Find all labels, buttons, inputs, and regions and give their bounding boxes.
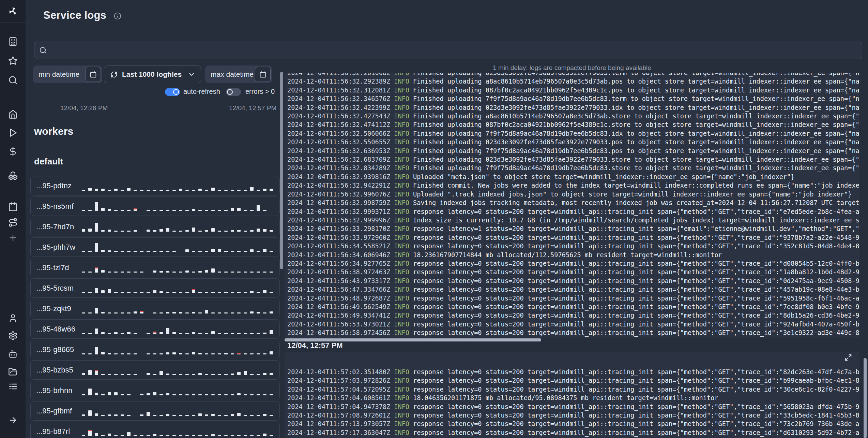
- max-datetime-calendar-button[interactable]: [255, 67, 271, 82]
- calendar-nav-icon[interactable]: [8, 202, 18, 211]
- log-timestamp: 2024-12-04T11:56:32.942291Z: [287, 182, 390, 189]
- log-level: INFO: [394, 295, 409, 302]
- worker-row[interactable]: ...95-5rcsm: [30, 278, 280, 298]
- bot-icon[interactable]: [8, 349, 18, 359]
- log-timestamp: 2024-12-04T11:56:33.972960Z: [287, 234, 390, 241]
- log-timestamp: 2024-12-04T11:56:34.927765Z: [287, 260, 390, 267]
- log-line: 2024-12-04T11:56:58.972456ZINFOresponse …: [287, 328, 859, 337]
- log-timestamp: 2024-12-04T11:56:34.558521Z: [287, 243, 390, 250]
- plus-icon[interactable]: [8, 233, 18, 243]
- logfiles-select-button[interactable]: Last 1000 logfiles: [104, 65, 201, 83]
- log-line: 2024-12-04T11:56:32.939816ZINFOUploaded …: [287, 173, 859, 181]
- worker-row[interactable]: ...95-tzl7d: [30, 258, 280, 277]
- log-line: 2024-12-04T11:56:32.942291ZINFOFinished …: [287, 181, 859, 190]
- worker-panel-scrollbar[interactable]: [280, 72, 283, 269]
- log-message: Finished uploading a8ac8610b5714eb796507…: [413, 113, 859, 120]
- log-line: 2024-12-04T11:57:04.572095ZINFOresponse …: [287, 385, 859, 394]
- log-timestamp: 2024-12-04T11:57:13.973057Z: [287, 420, 390, 427]
- list-icon[interactable]: [8, 382, 18, 391]
- worker-row[interactable]: ...95-g8665: [30, 340, 280, 359]
- max-datetime-field[interactable]: max datetime: [205, 65, 272, 83]
- boxes-icon[interactable]: [8, 171, 18, 180]
- log-level: INFO: [394, 403, 409, 410]
- windmill-logo-icon[interactable]: [0, 0, 26, 23]
- worker-row[interactable]: ...95-zqkt9: [30, 299, 280, 318]
- min-datetime-field[interactable]: min datetime: [33, 65, 102, 83]
- worker-name: ...95-5rcsm: [36, 284, 74, 293]
- auto-refresh-toggle[interactable]: [165, 88, 180, 96]
- worker-row[interactable]: ...95-gfbmf: [30, 401, 280, 421]
- log-timestamp: 2024-12-04T11:56:58.972456Z: [287, 329, 390, 336]
- log-timestamp: 2024-12-04T11:56:32.474112Z: [287, 121, 390, 128]
- home-icon[interactable]: [8, 110, 18, 119]
- compaction-delay-notice: 1 min delay: logs are compacted before b…: [285, 64, 859, 72]
- log-timestamp: 2024-12-04T11:57:02.351480Z: [287, 368, 390, 376]
- worker-activity-sparkline: [82, 384, 276, 395]
- worker-row[interactable]: ...95-bzbs5: [30, 360, 280, 380]
- worker-name: ...95-7hd7n: [36, 222, 74, 231]
- min-datetime-calendar-button[interactable]: [85, 67, 101, 82]
- errors-filter-toggle[interactable]: [226, 88, 241, 96]
- logfiles-dropdown-toggle[interactable]: [182, 66, 201, 83]
- log-line: 2024-12-04T11:56:32.292389ZINFOFinished …: [287, 77, 859, 86]
- log-level: INFO: [394, 217, 409, 224]
- worker-row[interactable]: ...95-pdtnz: [30, 176, 280, 195]
- search-nav-icon[interactable]: [8, 75, 18, 85]
- collapse-arrow-icon[interactable]: [8, 415, 18, 425]
- settings-gear-icon[interactable]: [8, 331, 18, 340]
- log-line: 2024-12-04T11:56:48.972687ZINFOresponse …: [287, 294, 859, 303]
- worker-activity-sparkline: [82, 241, 276, 252]
- dollar-icon[interactable]: [8, 147, 18, 156]
- log-line: 2024-12-04T11:56:34.558521ZINFOresponse …: [287, 242, 859, 250]
- log-message: response latency=0 status=200 target=win…: [413, 268, 859, 276]
- log-level: INFO: [394, 78, 409, 85]
- worker-row[interactable]: ...95-7hd7n: [30, 217, 280, 236]
- log-message: response latency=0 status=200 target=win…: [413, 286, 859, 293]
- log-level: INFO: [394, 386, 409, 393]
- log-message: Finished uploading a8ac8610b5714eb796507…: [413, 78, 859, 85]
- worker-row[interactable]: ...95-brhnn: [30, 381, 280, 400]
- user-icon[interactable]: [8, 313, 18, 323]
- log-message: 18.236167907714844 mb allocated/112.5976…: [413, 251, 722, 259]
- log-message: Uploaded ".track_indexed_jobs.json" to o…: [413, 191, 852, 198]
- page-vertical-scrollbar[interactable]: [864, 358, 867, 438]
- log-message: Finished uploading 7f9f75d8a9ac46a78d19d…: [413, 147, 859, 155]
- route-icon[interactable]: [8, 218, 18, 227]
- sidebar: [0, 0, 26, 438]
- log-level: INFO: [394, 420, 409, 427]
- building-icon[interactable]: [8, 37, 18, 46]
- log-timestamp: 2024-12-04T11:56:48.972687Z: [287, 295, 390, 302]
- log-lines-2: 2024-12-04T11:57:02.351480ZINFOresponse …: [287, 368, 859, 438]
- folder-open-icon[interactable]: [8, 367, 18, 377]
- log-timestamp: 2024-12-04T11:56:32.422399Z: [287, 104, 390, 111]
- log-line: 2024-12-04T11:56:34.606946ZINFO18.236167…: [287, 251, 859, 259]
- log-level: INFO: [394, 329, 409, 336]
- log-level: INFO: [394, 95, 409, 102]
- log-message: response latency=0 status=200 target=win…: [413, 243, 859, 250]
- log-line: 2024-12-04T11:57:04.947378ZINFOresponse …: [287, 403, 859, 411]
- worker-row[interactable]: ...95-phh7w: [30, 237, 280, 257]
- log-level: INFO: [394, 368, 409, 376]
- log-level: INFO: [394, 260, 409, 267]
- worker-activity-sparkline: [82, 425, 276, 436]
- worker-name: ...95-pdtnz: [36, 181, 72, 190]
- play-icon[interactable]: [8, 128, 18, 137]
- log-level: INFO: [394, 199, 409, 206]
- log-level: INFO: [394, 87, 409, 94]
- star-icon[interactable]: [8, 56, 18, 65]
- worker-row[interactable]: ...95-ns5mf: [30, 196, 280, 216]
- log-level: INFO: [394, 251, 409, 259]
- log-timestamp: 2024-12-04T11:56:49.562549Z: [287, 303, 390, 310]
- log-timestamp: 2024-12-04T11:56:32.999371Z: [287, 208, 390, 215]
- info-icon[interactable]: [114, 12, 121, 20]
- worker-row[interactable]: ...95-b87rl: [30, 422, 280, 438]
- log-message: Finished uploading 087bf0c2aca04921bb096…: [413, 87, 859, 94]
- search-input[interactable]: [51, 46, 857, 54]
- log-message: Finished uploading 7f9f75d8a9ac46a78d19d…: [413, 130, 859, 137]
- log-timestamp: 2024-12-04T11:57:03.972826Z: [287, 377, 390, 384]
- log-message: response latency=0 status=200 target=win…: [413, 429, 859, 436]
- worker-row[interactable]: ...95-48w66: [30, 319, 280, 339]
- expand-icon[interactable]: [844, 354, 853, 362]
- log-message: Finished commit. New jobs were added to …: [413, 182, 859, 189]
- worker-activity-sparkline: [82, 303, 276, 313]
